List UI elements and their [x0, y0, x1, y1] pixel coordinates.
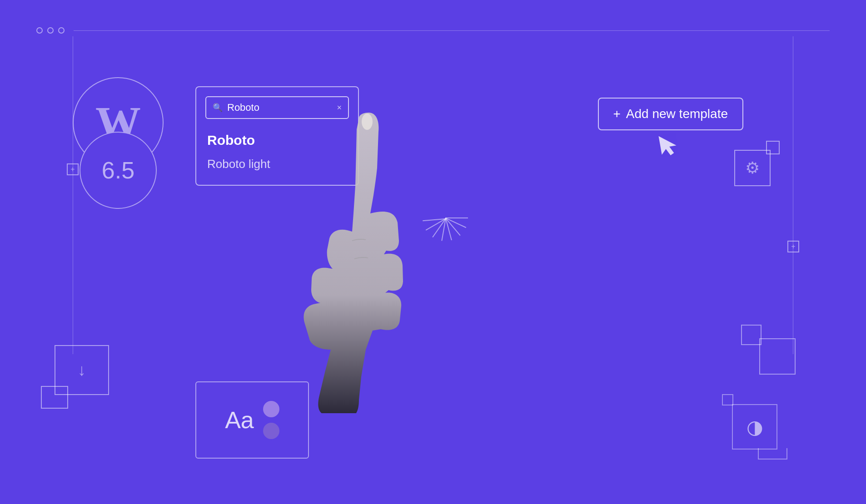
moon-icon: ◑ [747, 416, 763, 438]
browser-dots [36, 27, 65, 34]
search-clear-button[interactable]: × [337, 103, 342, 113]
browser-dot-3 [58, 27, 65, 34]
wordpress-version-circle: 6.5 [80, 132, 157, 209]
browser-dot-1 [36, 27, 43, 34]
font-result-roboto-light[interactable]: Roboto light [207, 153, 347, 176]
search-input-value[interactable]: Roboto [227, 102, 332, 114]
browser-bar [36, 27, 830, 34]
plus-icon-left[interactable]: + [67, 163, 79, 175]
color-dot-mid [263, 423, 279, 439]
moon-small-box-bottom [758, 448, 787, 460]
download-icon: ↓ [78, 361, 86, 380]
font-result-roboto[interactable]: Roboto [207, 128, 347, 153]
moon-small-box-top [722, 394, 733, 405]
color-dots-group [263, 401, 279, 439]
search-icon: 🔍 [213, 103, 223, 113]
gear-icon-container: ⚙ [734, 150, 771, 186]
wordpress-version-text: 6.5 [102, 157, 134, 184]
plus-symbol-right: + [791, 242, 795, 251]
rays-decoration [400, 173, 491, 263]
typography-aa-label: Aa [225, 406, 254, 434]
gear-icon-box: ⚙ [734, 150, 771, 186]
typography-card: Aa [195, 381, 309, 459]
br-box-small-top [741, 325, 761, 345]
right-decoration-line [793, 36, 793, 354]
add-new-template-button[interactable]: + Add new template [598, 98, 744, 130]
svg-point-0 [362, 114, 373, 130]
add-template-label: Add new template [626, 107, 728, 121]
add-template-plus-icon: + [613, 107, 621, 121]
cursor-arrow-icon [657, 133, 680, 160]
color-dot-light [263, 401, 279, 417]
gear-decoration-box [766, 141, 780, 154]
br-box-large-bottom [759, 338, 796, 375]
browser-address-bar [74, 30, 830, 31]
wordpress-logo-area: W 6.5 [73, 77, 164, 168]
plus-icon-right[interactable]: + [787, 241, 799, 252]
font-results-list: Roboto Roboto light [205, 128, 349, 176]
font-search-panel: 🔍 Roboto × Roboto Roboto light [195, 86, 359, 186]
br-boxes-area [741, 325, 796, 375]
moon-area: ◑ [732, 404, 777, 450]
browser-dot-2 [47, 27, 54, 34]
plus-symbol-left: + [70, 165, 75, 173]
download-decoration-box [41, 386, 68, 409]
gear-icon: ⚙ [745, 158, 760, 178]
moon-icon-box: ◑ [732, 404, 777, 450]
search-input-container[interactable]: 🔍 Roboto × [205, 96, 349, 119]
